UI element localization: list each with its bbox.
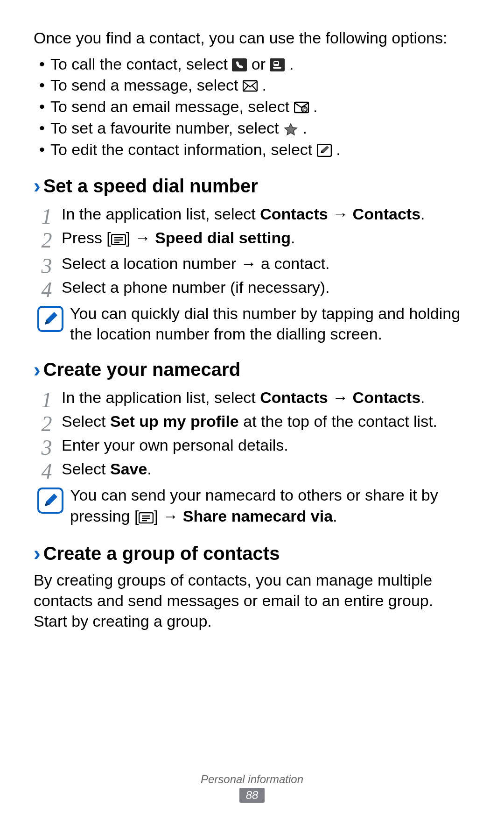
text: Select a location number → a contact.: [62, 254, 330, 272]
bullet-favourite: To set a favourite number, select .: [39, 118, 470, 139]
text: .: [289, 55, 294, 73]
heading-namecard: › Create your namecard: [34, 359, 470, 380]
step-1: 1 In the application list, select Contac…: [34, 386, 470, 410]
heading-text: Create a group of contacts: [43, 543, 280, 564]
page-footer: Personal information 88: [0, 773, 504, 803]
text: Select: [62, 412, 110, 430]
note-text: You can quickly dial this number by tapp…: [70, 303, 470, 344]
step-number: 4: [37, 274, 56, 306]
svg-text:@: @: [302, 107, 307, 112]
hardware-menu-icon: [111, 228, 126, 252]
note-text: You can send your namecard to others or …: [70, 485, 470, 528]
intro-text: Once you find a contact, you can use the…: [34, 28, 470, 48]
text: ] →: [126, 229, 155, 247]
text: To send a message, select: [50, 76, 243, 94]
bold: Set up my profile: [110, 412, 239, 430]
text: →: [328, 205, 353, 223]
chevron-right-icon: ›: [34, 176, 41, 196]
document-page: Once you find a contact, you can use the…: [0, 0, 504, 827]
step-number: 4: [37, 455, 56, 488]
bullet-call: To call the contact, select or .: [39, 54, 470, 75]
bold: Contacts: [260, 205, 328, 223]
bold: Contacts: [353, 205, 420, 223]
group-body-text: By creating groups of contacts, you can …: [34, 570, 470, 632]
text: .: [313, 98, 317, 115]
star-icon: [283, 120, 298, 133]
bullet-message: To send a message, select .: [39, 75, 470, 96]
svg-rect-4: [273, 67, 281, 69]
text: →: [328, 389, 353, 406]
bullet-email: To send an email message, select @ .: [39, 96, 470, 118]
text: To send an email message, select: [50, 98, 294, 115]
text: To edit the contact information, select: [50, 141, 317, 158]
text: To call the contact, select: [50, 55, 232, 73]
text: .: [336, 141, 340, 158]
text: Press [: [62, 229, 111, 247]
text: .: [147, 460, 151, 478]
heading-text: Create your namecard: [43, 359, 240, 380]
text: .: [333, 507, 337, 525]
voip-phone-icon: [270, 56, 285, 69]
heading-speed-dial: › Set a speed dial number: [34, 176, 470, 197]
text: In the application list, select: [62, 389, 260, 406]
step-3: 3 Select a location number → a contact.: [34, 252, 470, 276]
step-4: 4 Select Save.: [34, 457, 470, 481]
text: .: [291, 229, 295, 247]
text: .: [262, 76, 266, 94]
hardware-menu-icon: [139, 508, 154, 528]
note-speed-dial: You can quickly dial this number by tapp…: [34, 303, 470, 344]
bullet-edit: To edit the contact information, select …: [39, 139, 470, 161]
text: To set a favourite number, select: [50, 119, 283, 137]
text: Select a phone number (if necessary).: [62, 278, 330, 296]
speed-dial-steps: 1 In the application list, select Contac…: [34, 202, 470, 299]
envelope-icon: [243, 77, 258, 90]
heading-group: › Create a group of contacts: [34, 543, 470, 564]
bold: Save: [110, 460, 147, 478]
bold: Contacts: [353, 389, 420, 406]
chevron-right-icon: ›: [34, 543, 41, 564]
note-pencil-icon: [37, 306, 63, 332]
bold: Share namecard via: [183, 507, 333, 525]
page-number: 88: [239, 788, 265, 803]
svg-rect-3: [274, 62, 278, 64]
edit-pencil-icon: [317, 141, 332, 154]
phone-handset-icon: [232, 56, 247, 69]
step-3: 3 Enter your own personal details.: [34, 433, 470, 457]
text: Enter your own personal details.: [62, 436, 288, 454]
step-2: 2 Press [] → Speed dial setting.: [34, 226, 470, 252]
step-2: 2 Select Set up my profile at the top of…: [34, 410, 470, 433]
text: or: [252, 55, 270, 73]
footer-section: Personal information: [0, 773, 504, 786]
text: Select: [62, 460, 110, 478]
text: .: [420, 205, 425, 223]
bold: Contacts: [260, 389, 328, 406]
options-list: To call the contact, select or . To send…: [34, 54, 470, 161]
envelope-at-icon: @: [294, 98, 309, 111]
text: ] →: [154, 507, 182, 525]
heading-text: Set a speed dial number: [43, 176, 258, 197]
chevron-right-icon: ›: [34, 360, 41, 380]
step-1: 1 In the application list, select Contac…: [34, 202, 470, 226]
text: In the application list, select: [62, 205, 260, 223]
text: at the top of the contact list.: [239, 412, 437, 430]
text: .: [420, 389, 425, 406]
text: .: [302, 119, 307, 137]
bold: Speed dial setting: [155, 229, 291, 247]
note-pencil-icon: [37, 488, 63, 514]
step-4: 4 Select a phone number (if necessary).: [34, 276, 470, 299]
namecard-steps: 1 In the application list, select Contac…: [34, 386, 470, 481]
note-namecard: You can send your namecard to others or …: [34, 485, 470, 528]
